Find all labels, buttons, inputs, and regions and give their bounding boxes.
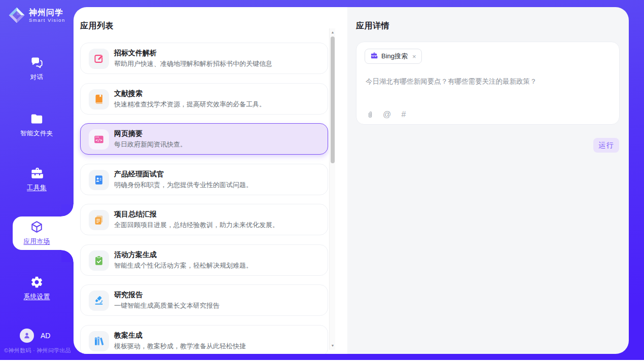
app-card-description: 全面回顾项目进展，总结经验教训，助力未来优化发展。	[114, 221, 279, 230]
briefcase-icon	[370, 52, 378, 61]
app-card[interactable]: 文献搜索 快速精准查找学术资源，提高研究效率的必备工具。	[80, 83, 328, 115]
app-card[interactable]: 项目总结汇报 全面回顾项目进展，总结经验教训，助力未来优化发展。	[80, 204, 328, 235]
app-icon-tile	[89, 291, 109, 311]
app-window: 神州问学 Smart Vision 对话 智能文件夹	[0, 0, 644, 362]
prompt-input[interactable]: 今日湖北有哪些新闻要点？有哪些需要关注的最新政策？	[366, 77, 609, 86]
app-card[interactable]: </> 网页摘要 每日政府新闻资讯快查。	[80, 123, 328, 155]
sidebar-item[interactable]: 系统设置	[0, 275, 74, 301]
sidebar-item-label: 工具集	[27, 184, 47, 192]
composer-toolbar: @ #	[366, 110, 408, 119]
scrollbar-thumb[interactable]	[331, 37, 335, 163]
app-icon-tile	[89, 170, 109, 190]
app-icon-tile	[89, 250, 109, 271]
sidebar-item[interactable]: 智能文件夹	[0, 112, 74, 138]
copyright-footer: ©神州数码 · 神州问学出品	[4, 347, 75, 354]
run-button[interactable]: 运行	[593, 138, 619, 153]
app-card[interactable]: 教案生成 模板驱动，教案秒成，教学准备从此轻松快捷	[80, 325, 328, 354]
sidebar-item[interactable]: 工具集	[0, 166, 74, 192]
app-card-title: 教案生成	[114, 331, 142, 340]
hash-icon[interactable]: #	[399, 110, 408, 119]
avatar[interactable]	[20, 329, 34, 343]
tool-tag-bing-search[interactable]: Bing搜索 ×	[365, 49, 422, 64]
brand-tagline: Smart Vision	[29, 17, 65, 23]
nav-icon	[30, 220, 44, 234]
gem-logo-icon	[8, 7, 25, 24]
app-icon-tile: </>	[89, 129, 109, 150]
brand-logo: 神州问学 Smart Vision	[8, 7, 65, 24]
app-card[interactable]: 活动方案生成 智能生成个性化活动方案，轻松解决规划难题。	[80, 244, 328, 276]
app-card-title: 网页摘要	[114, 129, 142, 138]
bubble-notch-top	[61, 204, 74, 216]
svg-text:</>: </>	[95, 138, 102, 142]
sidebar-item-label: 应用市场	[24, 237, 50, 246]
app-card-description: 模板驱动，教案秒成，教学准备从此轻松快捷	[114, 342, 246, 351]
app-icon-tile	[89, 49, 109, 69]
prompt-card: Bing搜索 × 今日湖北有哪些新闻要点？有哪些需要关注的最新政策？ @ #	[356, 42, 620, 125]
sidebar-item-label: 对话	[30, 73, 44, 82]
app-list-title: 应用列表	[80, 21, 114, 31]
bubble-notch-bottom	[61, 250, 74, 262]
sidebar-item[interactable]: 对话	[0, 56, 74, 82]
app-list-panel: 应用列表 招标文件解析 帮助用户快速、准确地理解和解析招标书中的关键信息	[74, 7, 347, 354]
app-card-description: 快速精准查找学术资源，提高研究效率的必备工具。	[114, 100, 266, 109]
scroll-down-icon[interactable]: ▼	[330, 343, 336, 349]
app-card[interactable]: 产品经理面试官 明确身份和职责，为您提供专业性的面试问题。	[80, 164, 328, 195]
sidebar-item-label: 系统设置	[24, 293, 50, 301]
app-card-description: 智能生成个性化活动方案，轻松解决规划难题。	[114, 261, 253, 270]
app-card-description: 明确身份和职责，为您提供专业性的面试问题。	[114, 180, 253, 190]
main-content: 应用列表 招标文件解析 帮助用户快速、准确地理解和解析招标书中的关键信息	[74, 7, 629, 354]
nav-icon	[30, 112, 44, 126]
brand-name: 神州问学	[29, 8, 65, 17]
app-card-title: 招标文件解析	[114, 49, 157, 58]
tool-tag-close-icon[interactable]: ×	[412, 53, 416, 60]
at-icon[interactable]: @	[382, 110, 391, 119]
user-initials: AD	[41, 332, 50, 340]
tool-tag-label: Bing搜索	[381, 52, 408, 61]
scrollbar[interactable]: ▲ ▼	[329, 28, 335, 350]
app-card-description: 每日政府新闻资讯快查。	[114, 140, 187, 149]
app-card[interactable]: 招标文件解析 帮助用户快速、准确地理解和解析招标书中的关键信息	[80, 43, 328, 74]
app-detail-panel: 应用详情 Bing搜索 × 今日湖北有哪些新闻要点？有哪些需要关注的最新政策？ …	[347, 7, 629, 354]
app-card-title: 研究报告	[114, 291, 142, 300]
app-detail-title: 应用详情	[356, 21, 389, 31]
scroll-up-icon[interactable]: ▲	[330, 29, 336, 35]
app-card-title: 文献搜索	[114, 89, 142, 98]
user-row[interactable]: AD	[20, 329, 50, 343]
nav-icon	[30, 275, 44, 289]
app-card[interactable]: 研究报告 一键智能生成高质量长文本研究报告	[80, 284, 328, 316]
app-card-description: 帮助用户快速、准确地理解和解析招标书中的关键信息	[114, 59, 272, 68]
paperclip-icon[interactable]	[366, 110, 375, 119]
sidebar: 神州问学 Smart Vision 对话 智能文件夹	[0, 0, 74, 360]
app-icon-tile	[89, 210, 109, 230]
app-card-description: 一键智能生成高质量长文本研究报告	[114, 301, 220, 310]
app-card-title: 活动方案生成	[114, 250, 157, 260]
app-card-title: 项目总结汇报	[114, 210, 157, 219]
app-card-title: 产品经理面试官	[114, 170, 164, 179]
nav-icon	[30, 56, 44, 69]
sidebar-item-label: 智能文件夹	[20, 129, 53, 138]
sidebar-item[interactable]: 应用市场	[0, 220, 74, 246]
nav-icon	[30, 166, 44, 180]
app-icon-tile	[89, 89, 109, 110]
app-icon-tile	[89, 331, 109, 351]
